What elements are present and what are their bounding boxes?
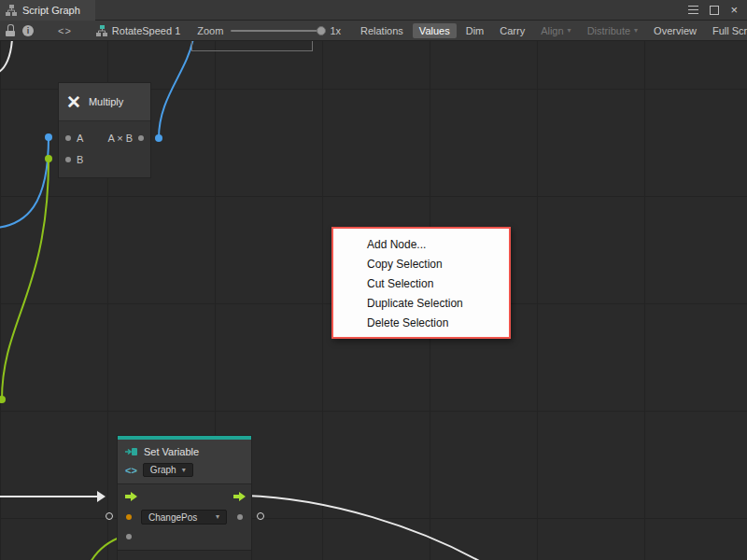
script-graph-icon [6, 5, 17, 16]
graph-variable-icon [125, 465, 137, 476]
input-port-a[interactable] [65, 135, 71, 141]
carry-button[interactable]: Carry [493, 23, 531, 38]
distribute-dropdown[interactable]: Distribute▾ [581, 23, 644, 38]
wire-blue-to-input-a[interactable] [0, 137, 49, 228]
tab-title: Script Graph [22, 5, 80, 16]
multiply-node-body: A A × B B [59, 121, 150, 177]
graph-asset-breadcrumb[interactable]: RotateSpeed 1 [96, 25, 180, 36]
toolbar-buttons: Relations Values Dim Carry Align▾ Distri… [354, 23, 747, 38]
multiply-node[interactable]: ✕ Multiply A A × B B [58, 82, 151, 178]
zoom-slider-track [231, 30, 324, 32]
variable-name-port[interactable] [126, 514, 132, 520]
chevron-down-icon: ▾ [634, 27, 638, 35]
maximize-icon[interactable] [710, 6, 719, 15]
window-controls: × [688, 6, 747, 15]
overview-button[interactable]: Overview [647, 23, 703, 38]
context-menu-item-cut-selection[interactable]: Cut Selection [333, 274, 509, 294]
values-button[interactable]: Values [413, 23, 457, 38]
zoom-value: 1x [330, 25, 341, 36]
graph-canvas[interactable]: ✕ Multiply A A × B B [0, 41, 747, 560]
set-variable-footer [118, 550, 251, 560]
multiply-node-title: Multiply [89, 96, 123, 107]
wire-white-from-setvar[interactable] [245, 496, 481, 560]
control-output-port[interactable] [233, 491, 247, 502]
graph-toolbar: RotateSpeed 1 Zoom 1x Relations Values D… [0, 21, 747, 41]
set-variable-header[interactable]: Set Variable Graph ▾ [118, 440, 251, 484]
context-menu-item-add-node[interactable]: Add Node... [333, 235, 509, 255]
align-dropdown[interactable]: Align▾ [534, 23, 577, 38]
dim-button[interactable]: Dim [459, 23, 491, 38]
value-output-port[interactable] [237, 514, 243, 520]
multiply-icon: ✕ [66, 93, 81, 111]
zoom-label: Zoom [197, 25, 223, 36]
wire-endpoint-blue-out[interactable] [155, 134, 162, 142]
window-menu-icon[interactable] [688, 6, 698, 14]
relations-button[interactable]: Relations [354, 23, 410, 38]
graph-asset-icon [96, 25, 107, 36]
port-label-b: B [77, 154, 83, 165]
context-menu: Add Node... Copy Selection Cut Selection… [331, 227, 511, 339]
chevron-down-icon: ▾ [216, 513, 219, 521]
set-variable-icon [125, 445, 138, 458]
wire-endpoint-blue-a[interactable] [45, 133, 52, 141]
script-graph-window: Script Graph × RotateSpeed 1 Zoom 1x [0, 0, 747, 560]
port-label-result: A × B [107, 133, 133, 144]
value-input-port[interactable] [126, 534, 132, 539]
variable-name-dropdown[interactable]: ChangePos ▾ [141, 510, 227, 525]
port-row-b: B [59, 148, 150, 170]
info-icon[interactable] [22, 25, 34, 36]
output-port-result[interactable] [138, 135, 144, 141]
context-menu-item-copy-selection[interactable]: Copy Selection [333, 255, 509, 274]
port-label-a: A [77, 133, 83, 144]
code-view-icon[interactable] [58, 25, 72, 36]
context-menu-item-duplicate-selection[interactable]: Duplicate Selection [333, 294, 509, 314]
chevron-down-icon: ▾ [568, 27, 571, 35]
wire-endpoint-green-b[interactable] [45, 155, 52, 162]
tab-script-graph[interactable]: Script Graph [0, 0, 95, 21]
wire-blue-from-output[interactable] [159, 41, 193, 138]
lock-icon[interactable] [6, 24, 15, 36]
zoom-slider[interactable] [231, 25, 324, 36]
control-input-port[interactable] [125, 491, 138, 502]
full-screen-button[interactable]: Full Screen [706, 23, 747, 38]
set-variable-title: Set Variable [144, 446, 199, 457]
offscreen-node-edge[interactable] [191, 41, 313, 51]
external-port-right[interactable] [257, 512, 264, 520]
port-row-a: A A × B [59, 127, 150, 148]
close-icon[interactable]: × [730, 6, 738, 15]
set-variable-node[interactable]: Set Variable Graph ▾ Chan [117, 435, 252, 560]
variable-scope-dropdown[interactable]: Graph ▾ [143, 463, 193, 477]
graph-asset-name: RotateSpeed 1 [112, 25, 180, 36]
wire-arrowhead [97, 491, 106, 502]
zoom-slider-handle[interactable] [317, 26, 326, 35]
multiply-node-header[interactable]: ✕ Multiply [59, 83, 150, 121]
external-port-left[interactable] [106, 512, 113, 520]
chevron-down-icon: ▾ [182, 467, 186, 474]
wire-green-to-input-b[interactable] [2, 159, 49, 399]
input-port-b[interactable] [65, 157, 71, 162]
wire-white-topleft[interactable] [0, 41, 12, 73]
context-menu-item-delete-selection[interactable]: Delete Selection [333, 314, 509, 333]
titlebar: Script Graph × [0, 0, 747, 21]
